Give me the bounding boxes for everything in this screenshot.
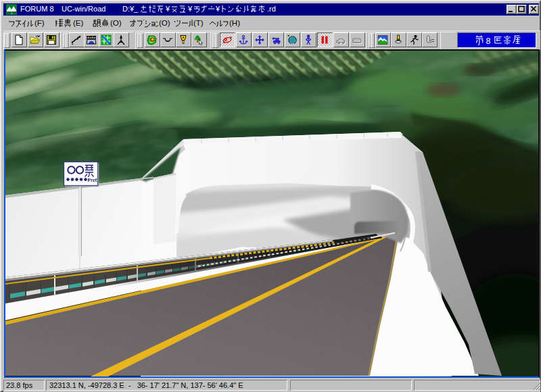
svg-text:8: 8 [486, 36, 491, 46]
svg-text:Pref.: Pref. [88, 178, 99, 182]
